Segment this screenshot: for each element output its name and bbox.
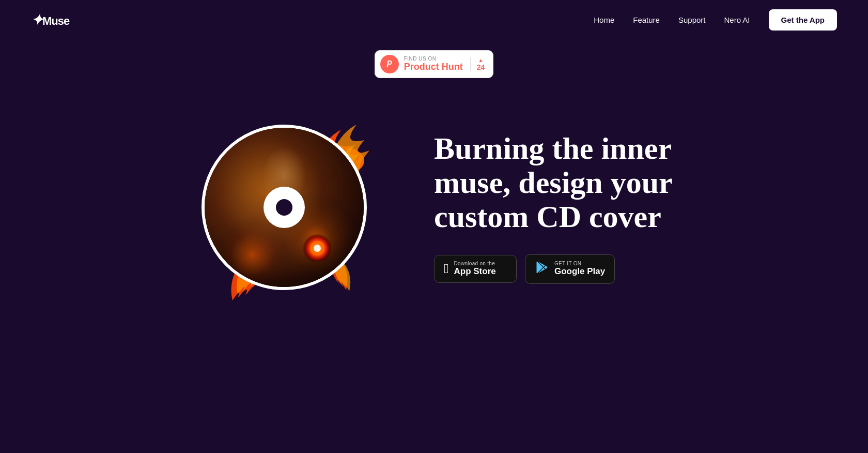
svg-point-5 <box>314 245 321 252</box>
product-hunt-section: P FIND US ON Product Hunt ▲ 24 <box>0 50 868 78</box>
apple-icon:  <box>444 261 449 277</box>
get-app-button[interactable]: Get the App <box>769 9 837 31</box>
product-hunt-find-us-label: FIND US ON <box>404 56 463 62</box>
nav-nero-ai[interactable]: Nero AI <box>724 16 750 24</box>
navbar: ✦Muse Home Feature Support Nero AI Get t… <box>0 0 868 40</box>
cd-artwork <box>205 128 364 287</box>
google-play-label-small: GET IT ON <box>554 261 605 266</box>
nav-support[interactable]: Support <box>678 16 706 24</box>
upvote-arrow-icon: ▲ <box>478 57 484 63</box>
google-play-label-big: Google Play <box>554 266 605 277</box>
hero-title: Burning the inner muse, design your cust… <box>434 131 692 234</box>
app-store-button[interactable]:  Download on the App Store <box>434 255 517 282</box>
cd-center-hole <box>264 187 305 228</box>
google-play-text: GET IT ON Google Play <box>554 261 605 277</box>
logo[interactable]: ✦Muse <box>31 11 69 28</box>
app-store-text: Download on the App Store <box>454 261 496 277</box>
cd-illustration <box>176 99 393 316</box>
store-buttons:  Download on the App Store GET IT ON Go… <box>434 254 692 284</box>
product-hunt-name: Product Hunt <box>404 62 463 73</box>
product-hunt-text: FIND US ON Product Hunt <box>404 56 463 73</box>
cd-inner-hole <box>276 199 292 216</box>
product-hunt-badge[interactable]: P FIND US ON Product Hunt ▲ 24 <box>375 50 494 78</box>
app-store-label-big: App Store <box>454 266 496 277</box>
cd-disc <box>202 125 367 290</box>
hero-text-section: Burning the inner muse, design your cust… <box>434 131 692 284</box>
fireball-icon <box>299 230 335 266</box>
nav-home[interactable]: Home <box>594 16 614 24</box>
vote-count: 24 <box>477 63 485 71</box>
nav-links: Home Feature Support Nero AI Get the App <box>594 9 837 31</box>
nav-feature[interactable]: Feature <box>633 16 660 24</box>
google-play-icon <box>535 260 549 278</box>
main-content: Burning the inner muse, design your cust… <box>0 78 868 337</box>
app-store-label-small: Download on the <box>454 261 496 266</box>
google-play-button[interactable]: GET IT ON Google Play <box>525 254 615 284</box>
product-hunt-logo: P <box>380 55 399 73</box>
product-hunt-votes: ▲ 24 <box>470 57 485 71</box>
